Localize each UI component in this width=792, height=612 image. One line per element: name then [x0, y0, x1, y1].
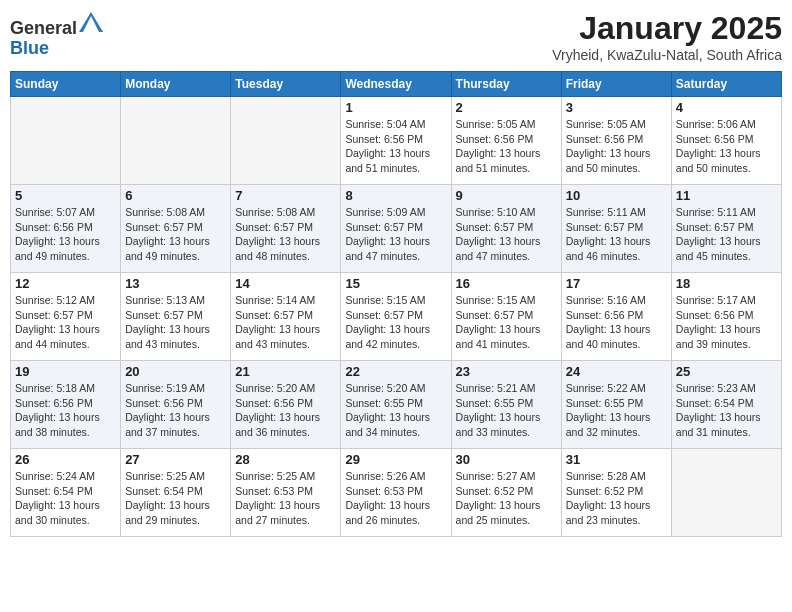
day-number: 19 — [15, 364, 116, 379]
calendar-cell: 30Sunrise: 5:27 AM Sunset: 6:52 PM Dayli… — [451, 449, 561, 537]
day-number: 10 — [566, 188, 667, 203]
calendar-cell: 2Sunrise: 5:05 AM Sunset: 6:56 PM Daylig… — [451, 97, 561, 185]
day-number: 21 — [235, 364, 336, 379]
day-info: Sunrise: 5:17 AM Sunset: 6:56 PM Dayligh… — [676, 293, 777, 352]
day-info: Sunrise: 5:04 AM Sunset: 6:56 PM Dayligh… — [345, 117, 446, 176]
day-number: 7 — [235, 188, 336, 203]
day-number: 1 — [345, 100, 446, 115]
day-number: 23 — [456, 364, 557, 379]
day-info: Sunrise: 5:05 AM Sunset: 6:56 PM Dayligh… — [456, 117, 557, 176]
calendar-cell: 9Sunrise: 5:10 AM Sunset: 6:57 PM Daylig… — [451, 185, 561, 273]
title-section: January 2025 Vryheid, KwaZulu-Natal, Sou… — [552, 10, 782, 63]
day-number: 9 — [456, 188, 557, 203]
day-number: 12 — [15, 276, 116, 291]
day-number: 25 — [676, 364, 777, 379]
day-info: Sunrise: 5:07 AM Sunset: 6:56 PM Dayligh… — [15, 205, 116, 264]
day-info: Sunrise: 5:27 AM Sunset: 6:52 PM Dayligh… — [456, 469, 557, 528]
day-number: 30 — [456, 452, 557, 467]
day-info: Sunrise: 5:06 AM Sunset: 6:56 PM Dayligh… — [676, 117, 777, 176]
calendar-cell: 27Sunrise: 5:25 AM Sunset: 6:54 PM Dayli… — [121, 449, 231, 537]
logo-general: General — [10, 18, 77, 38]
day-info: Sunrise: 5:08 AM Sunset: 6:57 PM Dayligh… — [125, 205, 226, 264]
day-info: Sunrise: 5:21 AM Sunset: 6:55 PM Dayligh… — [456, 381, 557, 440]
day-number: 8 — [345, 188, 446, 203]
day-info: Sunrise: 5:20 AM Sunset: 6:56 PM Dayligh… — [235, 381, 336, 440]
day-info: Sunrise: 5:25 AM Sunset: 6:54 PM Dayligh… — [125, 469, 226, 528]
calendar-cell: 7Sunrise: 5:08 AM Sunset: 6:57 PM Daylig… — [231, 185, 341, 273]
calendar-cell: 5Sunrise: 5:07 AM Sunset: 6:56 PM Daylig… — [11, 185, 121, 273]
day-number: 31 — [566, 452, 667, 467]
day-info: Sunrise: 5:28 AM Sunset: 6:52 PM Dayligh… — [566, 469, 667, 528]
calendar-cell: 28Sunrise: 5:25 AM Sunset: 6:53 PM Dayli… — [231, 449, 341, 537]
day-info: Sunrise: 5:24 AM Sunset: 6:54 PM Dayligh… — [15, 469, 116, 528]
weekday-header-friday: Friday — [561, 72, 671, 97]
day-number: 13 — [125, 276, 226, 291]
calendar-cell: 4Sunrise: 5:06 AM Sunset: 6:56 PM Daylig… — [671, 97, 781, 185]
calendar-week-row: 26Sunrise: 5:24 AM Sunset: 6:54 PM Dayli… — [11, 449, 782, 537]
calendar-cell: 24Sunrise: 5:22 AM Sunset: 6:55 PM Dayli… — [561, 361, 671, 449]
day-info: Sunrise: 5:19 AM Sunset: 6:56 PM Dayligh… — [125, 381, 226, 440]
weekday-header-thursday: Thursday — [451, 72, 561, 97]
weekday-header-monday: Monday — [121, 72, 231, 97]
day-info: Sunrise: 5:22 AM Sunset: 6:55 PM Dayligh… — [566, 381, 667, 440]
calendar-week-row: 1Sunrise: 5:04 AM Sunset: 6:56 PM Daylig… — [11, 97, 782, 185]
calendar-cell: 8Sunrise: 5:09 AM Sunset: 6:57 PM Daylig… — [341, 185, 451, 273]
calendar-cell — [671, 449, 781, 537]
day-number: 16 — [456, 276, 557, 291]
calendar-week-row: 12Sunrise: 5:12 AM Sunset: 6:57 PM Dayli… — [11, 273, 782, 361]
calendar-cell: 22Sunrise: 5:20 AM Sunset: 6:55 PM Dayli… — [341, 361, 451, 449]
day-info: Sunrise: 5:10 AM Sunset: 6:57 PM Dayligh… — [456, 205, 557, 264]
day-info: Sunrise: 5:25 AM Sunset: 6:53 PM Dayligh… — [235, 469, 336, 528]
day-number: 4 — [676, 100, 777, 115]
day-number: 27 — [125, 452, 226, 467]
day-info: Sunrise: 5:14 AM Sunset: 6:57 PM Dayligh… — [235, 293, 336, 352]
calendar-week-row: 19Sunrise: 5:18 AM Sunset: 6:56 PM Dayli… — [11, 361, 782, 449]
calendar-table: SundayMondayTuesdayWednesdayThursdayFrid… — [10, 71, 782, 537]
day-number: 11 — [676, 188, 777, 203]
day-info: Sunrise: 5:11 AM Sunset: 6:57 PM Dayligh… — [676, 205, 777, 264]
calendar-cell: 17Sunrise: 5:16 AM Sunset: 6:56 PM Dayli… — [561, 273, 671, 361]
day-info: Sunrise: 5:16 AM Sunset: 6:56 PM Dayligh… — [566, 293, 667, 352]
day-number: 2 — [456, 100, 557, 115]
calendar-cell: 19Sunrise: 5:18 AM Sunset: 6:56 PM Dayli… — [11, 361, 121, 449]
calendar-cell: 12Sunrise: 5:12 AM Sunset: 6:57 PM Dayli… — [11, 273, 121, 361]
day-info: Sunrise: 5:26 AM Sunset: 6:53 PM Dayligh… — [345, 469, 446, 528]
calendar-cell — [121, 97, 231, 185]
logo-blue-text: Blue — [10, 39, 103, 59]
calendar-cell: 15Sunrise: 5:15 AM Sunset: 6:57 PM Dayli… — [341, 273, 451, 361]
day-info: Sunrise: 5:09 AM Sunset: 6:57 PM Dayligh… — [345, 205, 446, 264]
calendar-cell: 20Sunrise: 5:19 AM Sunset: 6:56 PM Dayli… — [121, 361, 231, 449]
weekday-header-tuesday: Tuesday — [231, 72, 341, 97]
day-number: 3 — [566, 100, 667, 115]
calendar-cell: 13Sunrise: 5:13 AM Sunset: 6:57 PM Dayli… — [121, 273, 231, 361]
day-number: 29 — [345, 452, 446, 467]
weekday-header-wednesday: Wednesday — [341, 72, 451, 97]
calendar-cell: 1Sunrise: 5:04 AM Sunset: 6:56 PM Daylig… — [341, 97, 451, 185]
calendar-cell: 3Sunrise: 5:05 AM Sunset: 6:56 PM Daylig… — [561, 97, 671, 185]
day-number: 6 — [125, 188, 226, 203]
calendar-cell — [11, 97, 121, 185]
logo: General Blue — [10, 10, 103, 59]
day-number: 18 — [676, 276, 777, 291]
day-number: 22 — [345, 364, 446, 379]
day-number: 24 — [566, 364, 667, 379]
day-info: Sunrise: 5:18 AM Sunset: 6:56 PM Dayligh… — [15, 381, 116, 440]
calendar-week-row: 5Sunrise: 5:07 AM Sunset: 6:56 PM Daylig… — [11, 185, 782, 273]
day-number: 15 — [345, 276, 446, 291]
day-number: 5 — [15, 188, 116, 203]
calendar-cell: 26Sunrise: 5:24 AM Sunset: 6:54 PM Dayli… — [11, 449, 121, 537]
day-info: Sunrise: 5:08 AM Sunset: 6:57 PM Dayligh… — [235, 205, 336, 264]
day-info: Sunrise: 5:13 AM Sunset: 6:57 PM Dayligh… — [125, 293, 226, 352]
weekday-header-sunday: Sunday — [11, 72, 121, 97]
page-header: General Blue January 2025 Vryheid, KwaZu… — [10, 10, 782, 63]
calendar-cell: 25Sunrise: 5:23 AM Sunset: 6:54 PM Dayli… — [671, 361, 781, 449]
day-info: Sunrise: 5:15 AM Sunset: 6:57 PM Dayligh… — [345, 293, 446, 352]
day-number: 20 — [125, 364, 226, 379]
day-info: Sunrise: 5:15 AM Sunset: 6:57 PM Dayligh… — [456, 293, 557, 352]
calendar-cell: 21Sunrise: 5:20 AM Sunset: 6:56 PM Dayli… — [231, 361, 341, 449]
calendar-cell: 31Sunrise: 5:28 AM Sunset: 6:52 PM Dayli… — [561, 449, 671, 537]
month-title: January 2025 — [552, 10, 782, 47]
calendar-cell — [231, 97, 341, 185]
logo-icon — [79, 10, 103, 34]
weekday-header-row: SundayMondayTuesdayWednesdayThursdayFrid… — [11, 72, 782, 97]
